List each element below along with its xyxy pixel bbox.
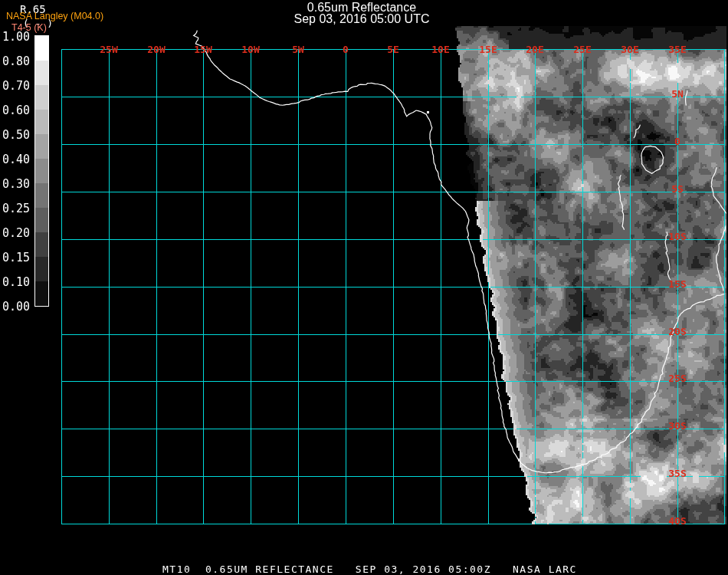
- colorbar-segment: [35, 159, 48, 183]
- product-timestamp: Sep 03, 2016 05:00 UTC: [132, 13, 592, 25]
- colorbar-tick-label: 0.50: [2, 128, 34, 142]
- colorbar-tick-label: 0.15: [2, 251, 34, 264]
- colorbar-tick-label: 0.60: [2, 104, 34, 117]
- lon-label: 25W: [92, 44, 126, 55]
- lon-label: 10W: [234, 44, 267, 55]
- colorbar-tick-label: 1.00: [2, 30, 34, 44]
- lat-label: 20S: [661, 326, 694, 337]
- lon-label: 20E: [518, 44, 552, 55]
- colorbar-tick-label: 0.70: [2, 79, 34, 93]
- colorbar-tick-label: 0.20: [2, 226, 34, 240]
- colorbar-segment: [35, 36, 48, 61]
- lon-label: 5E: [376, 44, 410, 55]
- lon-label: 15W: [186, 44, 220, 55]
- lon-label: 5W: [281, 44, 315, 55]
- colorbar-segment: [35, 85, 48, 110]
- page-title: 0.65um Reflectance Sep 03, 2016 05:00 UT…: [132, 2, 592, 25]
- lat-label: 35S: [661, 468, 694, 479]
- satellite-map-canvas: [0, 0, 728, 575]
- colorbar-tick-label: 0.25: [2, 202, 34, 215]
- colorbar-tick-label: 0.40: [2, 153, 34, 166]
- colorbar-segment: [35, 134, 48, 159]
- colorbar-tick-label: 0.00: [2, 300, 34, 314]
- source-credit: NASA Langley (M04.0): [6, 11, 103, 21]
- lon-label: 10E: [424, 44, 457, 55]
- lat-label: 25S: [661, 373, 694, 384]
- lon-label: 25E: [566, 44, 599, 55]
- colorbar-segment: [35, 281, 48, 306]
- colorbar-segment: [35, 232, 48, 257]
- product-title: 0.65um Reflectance: [132, 2, 592, 13]
- colorbar-segment: [35, 208, 48, 232]
- lat-label: 5S: [661, 183, 694, 195]
- lon-label: 15E: [471, 44, 505, 55]
- lat-label: 0: [661, 136, 694, 147]
- colorbar-tick-label: 0.10: [2, 275, 34, 289]
- lon-label: 35E: [661, 44, 694, 55]
- lat-label: 30S: [661, 420, 694, 432]
- colorbar-segment: [35, 61, 48, 85]
- colorbar-segment: [35, 110, 48, 134]
- lat-label: 5N: [661, 88, 694, 100]
- lon-label: 0: [329, 44, 362, 55]
- lat-label: 15S: [661, 278, 694, 290]
- colorbar-segment: [35, 183, 48, 208]
- colorbar-segment: [35, 257, 48, 281]
- lat-label: 10S: [661, 231, 694, 242]
- colorbar-tick-label: 0.80: [2, 54, 34, 68]
- colorbar-tick-label: 0.30: [2, 177, 34, 191]
- lon-label: 30E: [613, 44, 647, 55]
- lon-label: 20W: [139, 44, 173, 55]
- footer-caption: MT10 0.65UM REFLECTANCE SEP 03, 2016 05:…: [162, 564, 577, 575]
- reflectance-colorbar: [34, 35, 49, 307]
- lat-label: 40S: [661, 515, 694, 527]
- satellite-viewer: 0.65um Reflectance Sep 03, 2016 05:00 UT…: [0, 0, 728, 575]
